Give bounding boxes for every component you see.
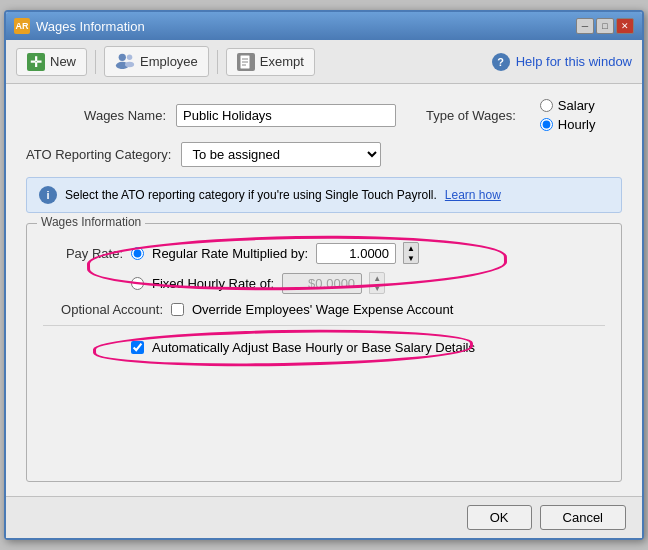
pay-rate-label: Pay Rate:: [43, 246, 123, 261]
salary-radio[interactable]: [540, 99, 553, 112]
salary-label: Salary: [558, 98, 595, 113]
auto-adjust-label: Automatically Adjust Base Hourly or Base…: [152, 340, 475, 355]
close-button[interactable]: ✕: [616, 18, 634, 34]
auto-adjust-row: Automatically Adjust Base Hourly or Base…: [43, 334, 605, 361]
ok-button[interactable]: OK: [467, 505, 532, 530]
fixed-spin-up-icon: ▲: [370, 273, 384, 283]
svg-point-2: [127, 55, 132, 60]
ato-label: ATO Reporting Category:: [26, 147, 171, 162]
wages-name-row: Wages Name: Type of Wages: Salary Hourly: [26, 98, 622, 132]
regular-rate-input[interactable]: [316, 243, 396, 264]
ato-select-wrapper: To be assigned: [181, 142, 381, 167]
minimize-button[interactable]: ─: [576, 18, 594, 34]
footer: OK Cancel: [6, 496, 642, 538]
optional-account-label: Optional Account:: [43, 302, 163, 317]
info-bar: i Select the ATO reporting category if y…: [26, 177, 622, 213]
info-icon: i: [39, 186, 57, 204]
maximize-button[interactable]: □: [596, 18, 614, 34]
new-icon: ✛: [27, 53, 45, 71]
window-title: Wages Information: [36, 19, 145, 34]
fixed-hourly-row: Fixed Hourly Rate of: ▲ ▼: [43, 272, 605, 294]
hourly-label: Hourly: [558, 117, 596, 132]
spin-down-icon[interactable]: ▼: [404, 253, 418, 263]
wages-information-window: AR Wages Information ─ □ ✕ ✛ New: [4, 10, 644, 540]
wages-type-radio-group: Salary Hourly: [540, 98, 596, 132]
salary-radio-item: Salary: [540, 98, 596, 113]
wages-name-label: Wages Name:: [26, 108, 166, 123]
new-button[interactable]: ✛ New: [16, 48, 87, 76]
regular-rate-radio[interactable]: [131, 247, 144, 260]
pay-rate-section: Pay Rate: Regular Rate Multiplied by: ▲ …: [43, 242, 605, 294]
title-bar: AR Wages Information ─ □ ✕: [6, 12, 642, 40]
hourly-radio[interactable]: [540, 118, 553, 131]
regular-rate-row: Pay Rate: Regular Rate Multiplied by: ▲ …: [43, 242, 605, 264]
learn-how-link[interactable]: Learn how: [445, 188, 501, 202]
wages-info-group: Wages Information Pay Rate: Regular Rate…: [26, 223, 622, 482]
type-of-wages-label: Type of Wages:: [426, 108, 516, 123]
fixed-hourly-label: Fixed Hourly Rate of:: [152, 276, 274, 291]
employee-button[interactable]: Employee: [104, 46, 209, 77]
override-checkbox[interactable]: [171, 303, 184, 316]
spin-up-icon[interactable]: ▲: [404, 243, 418, 253]
type-of-wages-section: Type of Wages: Salary Hourly: [426, 98, 595, 132]
auto-adjust-container: Automatically Adjust Base Hourly or Base…: [43, 334, 605, 361]
exempt-button[interactable]: Exempt: [226, 48, 315, 76]
regular-rate-label: Regular Rate Multiplied by:: [152, 246, 308, 261]
regular-rate-spinner[interactable]: ▲ ▼: [403, 242, 419, 264]
toolbar-separator-1: [95, 50, 96, 74]
app-icon: AR: [14, 18, 30, 34]
cancel-button[interactable]: Cancel: [540, 505, 626, 530]
help-button[interactable]: ? Help for this window: [492, 53, 632, 71]
window-controls: ─ □ ✕: [576, 18, 634, 34]
ato-select[interactable]: To be assigned: [181, 142, 381, 167]
employee-icon: [115, 51, 135, 72]
divider: [43, 325, 605, 326]
optional-account-row: Optional Account: Override Employees' Wa…: [43, 302, 605, 317]
group-box-title: Wages Information: [37, 215, 145, 229]
ato-row: ATO Reporting Category: To be assigned: [26, 142, 622, 167]
fixed-spin-down-icon: ▼: [370, 283, 384, 293]
svg-point-0: [119, 54, 126, 61]
wages-name-input[interactable]: [176, 104, 396, 127]
svg-point-3: [125, 62, 134, 67]
exempt-icon: [237, 53, 255, 71]
main-content: Wages Name: Type of Wages: Salary Hourly: [6, 84, 642, 496]
auto-adjust-checkbox[interactable]: [131, 341, 144, 354]
fixed-hourly-input: [282, 273, 362, 294]
toolbar-separator-2: [217, 50, 218, 74]
help-icon: ?: [492, 53, 510, 71]
override-label: Override Employees' Wage Expense Account: [192, 302, 453, 317]
fixed-hourly-radio[interactable]: [131, 277, 144, 290]
toolbar: ✛ New Employee: [6, 40, 642, 84]
info-message: Select the ATO reporting category if you…: [65, 188, 437, 202]
fixed-hourly-spinner: ▲ ▼: [369, 272, 385, 294]
group-box-inner: Pay Rate: Regular Rate Multiplied by: ▲ …: [43, 242, 605, 361]
hourly-radio-item: Hourly: [540, 117, 596, 132]
